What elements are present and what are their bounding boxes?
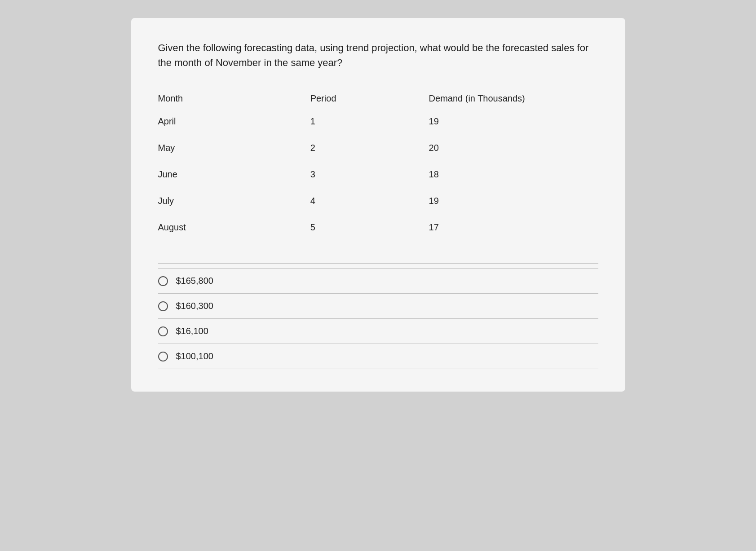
cell-period: 2 bbox=[310, 135, 429, 161]
question-text: Given the following forecasting data, us… bbox=[158, 40, 598, 70]
radio-circle-3[interactable] bbox=[158, 326, 168, 336]
cell-month: August bbox=[158, 214, 310, 241]
cell-period: 4 bbox=[310, 188, 429, 214]
option-label-2: $160,300 bbox=[176, 301, 213, 311]
option-row-4[interactable]: $100,100 bbox=[158, 344, 598, 369]
header-demand: Demand (in Thousands) bbox=[429, 88, 598, 108]
cell-period: 1 bbox=[310, 108, 429, 135]
option-row-3[interactable]: $16,100 bbox=[158, 319, 598, 344]
header-period: Period bbox=[310, 88, 429, 108]
table-row: April 1 19 bbox=[158, 108, 598, 135]
cell-month: April bbox=[158, 108, 310, 135]
table-row: June 3 18 bbox=[158, 161, 598, 188]
data-table: Month Period Demand (in Thousands) April… bbox=[158, 88, 598, 241]
cell-period: 5 bbox=[310, 214, 429, 241]
radio-circle-4[interactable] bbox=[158, 352, 168, 361]
radio-circle-2[interactable] bbox=[158, 301, 168, 311]
cell-demand: 18 bbox=[429, 161, 598, 188]
header-month: Month bbox=[158, 88, 310, 108]
cell-demand: 19 bbox=[429, 188, 598, 214]
cell-period: 3 bbox=[310, 161, 429, 188]
cell-demand: 19 bbox=[429, 108, 598, 135]
table-divider bbox=[158, 263, 598, 264]
question-card: Given the following forecasting data, us… bbox=[131, 18, 625, 392]
cell-month: June bbox=[158, 161, 310, 188]
cell-demand: 20 bbox=[429, 135, 598, 161]
cell-month: May bbox=[158, 135, 310, 161]
cell-demand: 17 bbox=[429, 214, 598, 241]
option-label-4: $100,100 bbox=[176, 351, 213, 361]
radio-circle-1[interactable] bbox=[158, 276, 168, 286]
table-row: May 2 20 bbox=[158, 135, 598, 161]
table-row: July 4 19 bbox=[158, 188, 598, 214]
option-label-3: $16,100 bbox=[176, 326, 208, 336]
table-row: August 5 17 bbox=[158, 214, 598, 241]
option-row-2[interactable]: $160,300 bbox=[158, 294, 598, 319]
option-label-1: $165,800 bbox=[176, 276, 213, 286]
options-section: $165,800 $160,300 $16,100 $100,100 bbox=[158, 268, 598, 369]
cell-month: July bbox=[158, 188, 310, 214]
option-row-1[interactable]: $165,800 bbox=[158, 268, 598, 294]
